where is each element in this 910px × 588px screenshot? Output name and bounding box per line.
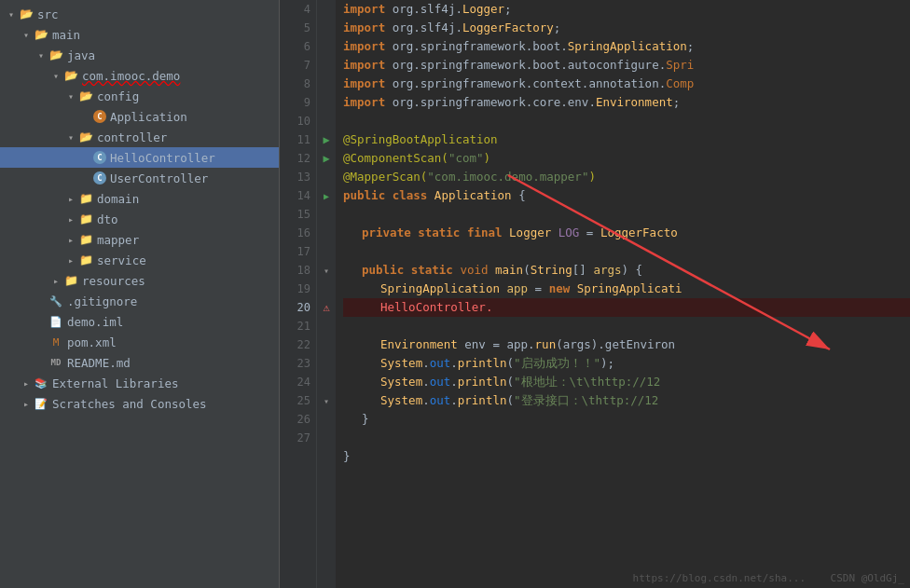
code-line-17 xyxy=(343,242,910,261)
code-line-7: import org.springframework.boot.autoconf… xyxy=(343,56,910,75)
tree-item-main[interactable]: main xyxy=(0,24,279,45)
line-num-22: 22 xyxy=(284,335,310,354)
tree-container[interactable]: src main java com.imooc.demo con xyxy=(0,0,279,588)
line-num-5: 5 xyxy=(284,19,310,37)
folder-icon-com xyxy=(63,68,78,83)
code-line-5: import org.slf4j.LoggerFactory; xyxy=(343,19,910,37)
gutter-12[interactable]: ▶ xyxy=(317,149,336,168)
gutter-14[interactable]: ▶ xyxy=(317,186,336,205)
code-line-23: System.out.println("启动成功！！"); xyxy=(343,354,910,373)
tree-item-service[interactable]: service xyxy=(0,250,279,270)
gutter-24 xyxy=(317,373,336,391)
arrow-user-controller xyxy=(78,171,93,185)
tree-item-resources[interactable]: resources xyxy=(0,270,279,291)
label-domain: domain xyxy=(97,192,271,206)
gutter-8 xyxy=(317,75,336,93)
arrow-service xyxy=(63,253,78,267)
gutter-20[interactable]: ⚠ xyxy=(317,298,336,317)
arrow-src xyxy=(4,7,19,21)
label-src: src xyxy=(37,7,271,21)
tree-item-user-controller[interactable]: C UserController xyxy=(0,168,279,188)
tree-item-controller[interactable]: controller xyxy=(0,127,279,147)
line-num-19: 19 xyxy=(284,280,310,298)
tree-item-pom-xml[interactable]: M pom.xml xyxy=(0,332,279,352)
folder-icon-resources xyxy=(63,273,78,288)
line-num-12: 12 xyxy=(284,149,310,168)
line-num-14: 14 xyxy=(284,186,310,205)
scratches-icon: 📝 xyxy=(34,396,48,411)
gutter-9 xyxy=(317,93,336,112)
git-file-icon: 🔧 xyxy=(48,294,63,308)
line-num-21: 21 xyxy=(284,317,310,335)
code-line-6: import org.springframework.boot.SpringAp… xyxy=(343,37,910,56)
folder-icon-main xyxy=(34,27,48,42)
tree-item-com-imooc-demo[interactable]: com.imooc.demo xyxy=(0,65,279,86)
tree-item-demo-iml[interactable]: 📄 demo.iml xyxy=(0,311,279,332)
label-resources: resources xyxy=(82,274,271,288)
java-icon-user-controller: C xyxy=(93,171,106,185)
line-num-27: 27 xyxy=(284,429,310,447)
line-num-10: 10 xyxy=(284,112,310,130)
line-num-8: 8 xyxy=(284,75,310,93)
label-mapper: mapper xyxy=(97,233,271,247)
folder-icon-dto xyxy=(78,212,93,226)
code-content[interactable]: import org.slf4j.Logger; import org.slf4… xyxy=(336,0,910,588)
tree-item-config[interactable]: config xyxy=(0,86,279,106)
gutter-13 xyxy=(317,168,336,186)
tree-item-domain[interactable]: domain xyxy=(0,188,279,209)
gutter-25[interactable]: ▾ xyxy=(317,391,336,410)
folder-icon-domain xyxy=(78,191,93,206)
arrow-com xyxy=(48,68,63,83)
tree-item-src[interactable]: src xyxy=(0,4,279,24)
error-icon: ⚠ xyxy=(323,301,329,314)
gutter-7 xyxy=(317,56,336,75)
gutter-5 xyxy=(317,19,336,37)
iml-file-icon: 📄 xyxy=(48,314,63,329)
arrow-config xyxy=(63,89,78,103)
code-line-24: System.out.println("根地址：\t\thttp://12 xyxy=(343,373,910,391)
line-num-4: 4 xyxy=(284,0,310,19)
arrow-ext-lib xyxy=(19,376,34,390)
code-line-9: import org.springframework.core.env.Envi… xyxy=(343,93,910,112)
gutter-18[interactable]: ▾ xyxy=(317,261,336,280)
tree-item-external-libraries[interactable]: 📚 External Libraries xyxy=(0,373,279,393)
code-line-26: } xyxy=(343,410,910,429)
code-line-13: @MapperScan("com.imooc.demo.mapper") xyxy=(343,168,910,186)
label-config: config xyxy=(97,89,271,103)
label-external-libraries: External Libraries xyxy=(52,376,271,390)
line-num-6: 6 xyxy=(284,37,310,56)
label-scratches: Scratches and Consoles xyxy=(52,397,271,411)
gutter-10 xyxy=(317,112,336,130)
tree-item-scratches[interactable]: 📝 Scratches and Consoles xyxy=(0,393,279,414)
arrow-resources xyxy=(48,273,63,288)
md-file-icon: MD xyxy=(48,355,63,370)
tree-item-java[interactable]: java xyxy=(0,45,279,65)
label-hello-controller: HelloController xyxy=(110,151,271,165)
line-num-17: 17 xyxy=(284,242,310,261)
tree-item-dto[interactable]: dto xyxy=(0,209,279,229)
line-num-11: 11 xyxy=(284,130,310,149)
fold-run-icon: ▶ xyxy=(324,191,329,201)
tree-item-hello-controller[interactable]: C HelloController xyxy=(0,147,279,168)
folder-icon-src xyxy=(19,7,34,21)
line-num-7: 7 xyxy=(284,56,310,75)
code-line-20: HelloController. xyxy=(343,298,910,317)
gutter-6 xyxy=(317,37,336,56)
java-icon-application: C xyxy=(93,110,106,123)
gutter-19 xyxy=(317,280,336,298)
line-numbers: 4 5 6 7 8 9 10 11 12 13 14 15 16 17 18 1… xyxy=(280,0,317,588)
arrow-controller xyxy=(63,130,78,144)
arrow-demo-iml xyxy=(34,314,48,329)
arrow-java xyxy=(34,48,48,62)
tree-item-application[interactable]: C Application xyxy=(0,106,279,127)
label-pom-xml: pom.xml xyxy=(67,335,271,349)
tree-item-gitignore[interactable]: 🔧 .gitignore xyxy=(0,291,279,311)
gutter-27 xyxy=(317,429,336,447)
gutter-11[interactable]: ▶ xyxy=(317,130,336,149)
folder-icon-mapper xyxy=(78,232,93,247)
arrow-application xyxy=(78,109,93,124)
tree-item-mapper[interactable]: mapper xyxy=(0,229,279,250)
code-line-11: @SpringBootApplication xyxy=(343,130,910,149)
folder-icon-config xyxy=(78,89,93,103)
tree-item-readme[interactable]: MD README.md xyxy=(0,352,279,373)
